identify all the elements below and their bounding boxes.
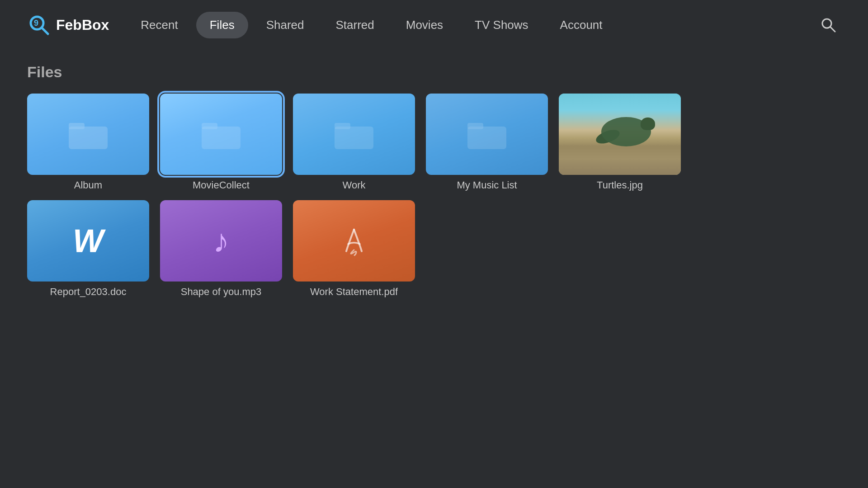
file-label-workstatement: Work Statement.pdf	[310, 286, 398, 298]
file-item-work[interactable]: Work	[293, 94, 415, 191]
main-nav: Recent Files Shared Starred Movies TV Sh…	[127, 12, 816, 38]
file-label-report: Report_0203.doc	[50, 286, 127, 298]
svg-rect-10	[335, 123, 350, 129]
file-label-mymusiclist: My Music List	[457, 179, 517, 191]
section-title: Files	[27, 63, 841, 81]
file-item-report[interactable]: W Report_0203.doc	[27, 200, 149, 298]
search-button[interactable]	[816, 12, 841, 38]
file-thumb-moviecollect	[160, 94, 282, 175]
svg-rect-5	[69, 127, 108, 149]
file-item-album[interactable]: Album	[27, 94, 149, 191]
svg-rect-7	[202, 127, 241, 149]
folder-icon	[68, 118, 108, 150]
nav-account[interactable]: Account	[547, 12, 616, 38]
nav-tvshows[interactable]: TV Shows	[461, 12, 542, 38]
nav-movies[interactable]: Movies	[392, 12, 457, 38]
file-label-album: Album	[74, 179, 102, 191]
logo-area[interactable]: 9 FebBox	[27, 13, 109, 37]
svg-line-4	[830, 27, 835, 32]
header: 9 FebBox Recent Files Shared Starred Mov…	[0, 0, 868, 50]
music-note-icon: ♪	[213, 222, 229, 259]
svg-rect-9	[335, 127, 373, 149]
nav-starred[interactable]: Starred	[322, 12, 387, 38]
svg-rect-11	[467, 127, 506, 149]
file-label-turtles: Turtles.jpg	[597, 179, 643, 191]
main-content: Files Album MovieCollect	[0, 50, 868, 298]
svg-line-1	[42, 28, 48, 34]
file-item-mymusiclist[interactable]: My Music List	[426, 94, 548, 191]
file-item-moviecollect[interactable]: MovieCollect	[160, 94, 282, 191]
file-label-shapeyou: Shape of you.mp3	[181, 286, 262, 298]
file-thumb-turtles	[559, 94, 681, 175]
word-icon: W	[73, 225, 104, 257]
folder-icon	[334, 118, 374, 150]
word-letter: W	[73, 225, 104, 257]
files-grid: Album MovieCollect Work	[27, 94, 841, 298]
svg-rect-12	[467, 123, 483, 129]
file-thumb-workstatement	[293, 200, 415, 282]
svg-rect-8	[202, 123, 217, 129]
folder-icon	[467, 118, 507, 150]
file-thumb-work	[293, 94, 415, 175]
file-item-workstatement[interactable]: Work Statement.pdf	[293, 200, 415, 298]
nav-shared[interactable]: Shared	[253, 12, 318, 38]
svg-text:9: 9	[34, 19, 38, 28]
file-thumb-mymusiclist	[426, 94, 548, 175]
search-icon	[820, 17, 836, 33]
file-thumb-report: W	[27, 200, 149, 282]
turtle-head	[641, 117, 655, 130]
nav-files[interactable]: Files	[196, 12, 248, 38]
nav-recent[interactable]: Recent	[127, 12, 191, 38]
file-label-moviecollect: MovieCollect	[193, 179, 250, 191]
app-name: FebBox	[56, 17, 109, 33]
acrobat-icon	[338, 225, 370, 257]
logo-icon: 9	[27, 13, 51, 37]
file-thumb-shapeyou: ♪	[160, 200, 282, 282]
file-thumb-album	[27, 94, 149, 175]
file-item-turtles[interactable]: Turtles.jpg	[559, 94, 681, 191]
folder-icon	[201, 118, 241, 150]
svg-rect-6	[69, 123, 85, 129]
file-label-work: Work	[343, 179, 366, 191]
file-item-shapeyou[interactable]: ♪ Shape of you.mp3	[160, 200, 282, 298]
